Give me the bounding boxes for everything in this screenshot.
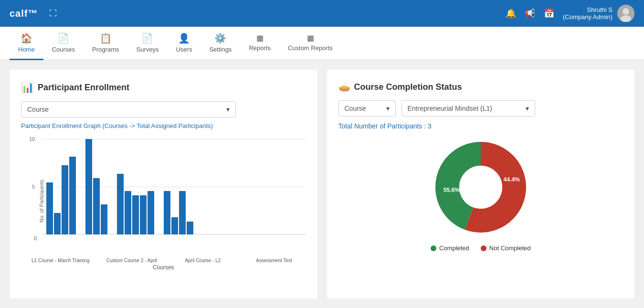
svg-rect-11 — [125, 191, 131, 234]
main-content: 📊 Participant Enrollment Course ▾ Partic… — [0, 60, 644, 308]
svg-rect-13 — [140, 195, 147, 234]
svg-rect-9 — [101, 204, 107, 234]
svg-rect-14 — [148, 191, 154, 234]
legend-not-completed: Not Completed — [481, 244, 531, 252]
bars-svg — [42, 139, 306, 234]
reports-icon: ▦ — [256, 33, 263, 42]
dropdown2-arrow: ▾ — [526, 105, 529, 112]
enrollment-dropdown-value: Course — [27, 106, 49, 113]
nav-item-custom-reports[interactable]: ▦ Custom Reports — [279, 27, 341, 60]
enrollment-title: 📊 Participant Enrollment — [21, 81, 306, 94]
completion-card: 🥧 Course Completion Status Course ▾ Entr… — [327, 70, 635, 298]
nav-item-courses[interactable]: 📄 Courses — [43, 27, 84, 60]
enrollment-card: 📊 Participant Enrollment Course ▾ Partic… — [10, 70, 317, 298]
x-label-april: April Course - L2 — [163, 258, 242, 263]
x-label-custom: Custom Course 2 - April — [100, 258, 163, 263]
x-label-l1: L1 Course - March Training — [21, 258, 100, 263]
svg-rect-12 — [132, 195, 139, 234]
svg-point-1 — [623, 8, 629, 15]
user-name-block: Shruthi S (Company Admin) — [563, 6, 612, 21]
broadcast-icon[interactable]: 📢 — [525, 8, 535, 19]
users-icon: 👤 — [178, 32, 190, 44]
nav-label-courses: Courses — [52, 46, 75, 53]
nav-label-settings: Settings — [209, 46, 232, 53]
chart-legend: Completed Not Completed — [338, 244, 623, 252]
top-bar: calf™ ⛶ 🔔 📢 📅 Shruthi S (Company Admin) — [0, 0, 644, 27]
nav-label-reports: Reports — [249, 44, 271, 52]
nav-label-home: Home — [18, 46, 35, 53]
y-tick-10: 10 — [29, 136, 35, 142]
nav-item-users[interactable]: 👤 Users — [167, 27, 201, 60]
nav-item-reports[interactable]: ▦ Reports — [240, 27, 279, 60]
donut-hole — [459, 166, 502, 209]
nav-item-settings[interactable]: ⚙️ Settings — [201, 27, 240, 60]
surveys-icon: 📄 — [141, 32, 153, 44]
completion-dropdowns: Course ▾ Entrepreneurial Mindset (L1) ▾ — [338, 100, 623, 117]
avatar[interactable] — [617, 5, 634, 22]
svg-rect-4 — [54, 213, 61, 234]
y-tick-0: 0 — [34, 235, 37, 241]
settings-icon: ⚙️ — [214, 32, 226, 44]
calendar-icon[interactable]: 📅 — [544, 8, 554, 19]
completion-dropdown1-value: Course — [345, 105, 366, 112]
nav-label-programs: Programs — [92, 46, 119, 53]
not-completed-dot — [481, 245, 486, 251]
total-participants: Total Number of Participants : 3 — [338, 122, 623, 130]
courses-icon: 📄 — [57, 32, 69, 44]
user-info: Shruthi S (Company Admin) — [563, 5, 634, 22]
enrollment-subtitle: Participant Enrollment Graph (Courses ->… — [21, 122, 306, 129]
bar-chart-icon: 📊 — [21, 81, 34, 94]
completed-label: 44.4% — [504, 176, 520, 183]
svg-rect-8 — [93, 178, 100, 234]
completion-dropdown2-value: Entrepreneurial Mindset (L1) — [408, 105, 492, 112]
svg-rect-17 — [179, 191, 186, 234]
nav-label-custom-reports: Custom Reports — [288, 44, 333, 52]
logo: calf™ — [10, 8, 38, 19]
bar-chart-area: No. of Participants 10 5 0 — [21, 139, 306, 263]
custom-reports-icon: ▦ — [307, 33, 314, 42]
svg-rect-3 — [46, 182, 53, 234]
completed-dot — [431, 245, 436, 251]
nav-item-home[interactable]: 🏠 Home — [10, 27, 43, 60]
svg-rect-18 — [187, 222, 193, 234]
user-name: Shruthi S — [563, 6, 612, 13]
not-completed-legend-label: Not Completed — [489, 244, 531, 252]
not-completed-label: 55.6% — [443, 187, 460, 193]
nav-label-surveys: Surveys — [136, 46, 158, 53]
user-role: (Company Admin) — [563, 13, 612, 21]
enrollment-course-dropdown[interactable]: Course ▾ — [21, 101, 236, 117]
nav-bar: 🏠 Home 📄 Courses 📋 Programs 📄 Surveys 👤 … — [0, 27, 644, 60]
completed-legend-label: Completed — [439, 244, 469, 252]
notification-icon[interactable]: 🔔 — [506, 8, 516, 19]
donut-chart: 55.6% 44.4% — [433, 139, 528, 235]
svg-rect-15 — [164, 191, 170, 234]
x-axis-label: Courses — [153, 264, 174, 271]
programs-icon: 📋 — [100, 32, 112, 44]
completion-title: 🥧 Course Completion Status — [338, 81, 623, 93]
expand-icon[interactable]: ⛶ — [49, 9, 57, 18]
legend-completed: Completed — [431, 244, 469, 252]
pie-chart-icon: 🥧 — [338, 81, 350, 93]
donut-chart-container: 55.6% 44.4% — [338, 139, 623, 235]
svg-rect-10 — [117, 174, 124, 234]
y-tick-5: 5 — [32, 184, 35, 190]
dropdown-arrow: ▾ — [226, 106, 230, 113]
nav-item-programs[interactable]: 📋 Programs — [84, 27, 127, 60]
completion-course-dropdown[interactable]: Course ▾ — [338, 100, 396, 117]
home-icon: 🏠 — [21, 32, 32, 44]
x-label-assessment: Assessment Test — [243, 258, 306, 263]
completion-course-name-dropdown[interactable]: Entrepreneurial Mindset (L1) ▾ — [401, 100, 535, 117]
top-bar-left: calf™ ⛶ — [10, 8, 57, 19]
svg-rect-6 — [69, 157, 76, 234]
x-labels: L1 Course - March Training Custom Course… — [21, 258, 306, 263]
svg-rect-5 — [62, 165, 68, 234]
nav-item-surveys[interactable]: 📄 Surveys — [127, 27, 167, 60]
dropdown1-arrow: ▾ — [386, 105, 390, 112]
svg-rect-16 — [171, 217, 178, 234]
svg-rect-7 — [85, 139, 92, 234]
top-bar-right: 🔔 📢 📅 Shruthi S (Company Admin) — [506, 5, 634, 22]
chart-inner: 10 5 0 — [42, 139, 306, 234]
nav-label-users: Users — [176, 46, 192, 53]
